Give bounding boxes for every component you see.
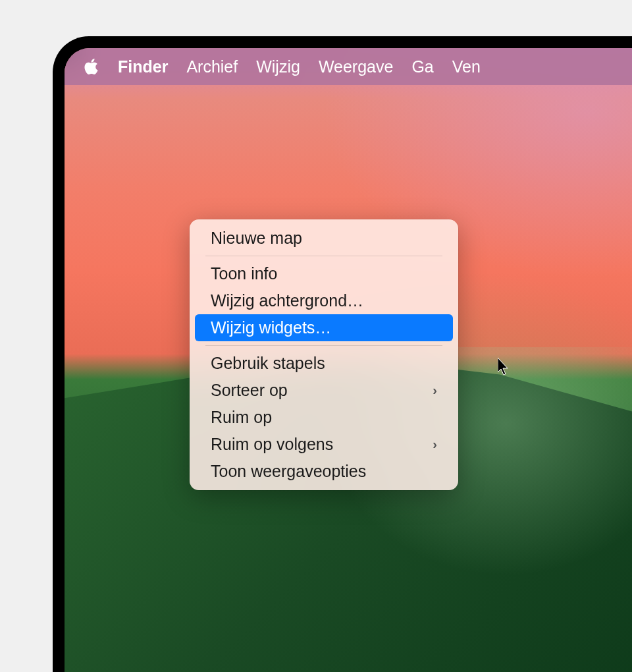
menu-item-label: Gebruik stapels <box>211 354 325 373</box>
menubar-item-archief[interactable]: Archief <box>186 57 238 76</box>
menubar-item-venster[interactable]: Ven <box>452 57 481 76</box>
menu-item-label: Wijzig widgets… <box>211 318 331 337</box>
menu-item-ruim-op-volgens[interactable]: Ruim op volgens › <box>195 431 453 458</box>
menubar-app-name[interactable]: Finder <box>118 57 168 76</box>
menubar: Finder Archief Wijzig Weergave Ga Ven <box>65 48 632 85</box>
menu-item-label: Wijzig achtergrond… <box>211 291 363 310</box>
menu-item-label: Toon info <box>211 264 277 283</box>
menubar-item-weergave[interactable]: Weergave <box>319 57 394 76</box>
menu-item-nieuwe-map[interactable]: Nieuwe map <box>195 225 453 252</box>
apple-menu-icon[interactable] <box>83 57 99 76</box>
menu-item-toon-weergaveopties[interactable]: Toon weergaveopties <box>195 458 453 485</box>
menu-item-label: Sorteer op <box>211 381 288 400</box>
context-menu: Nieuwe map Toon info Wijzig achtergrond…… <box>190 219 458 490</box>
screen: Finder Archief Wijzig Weergave Ga Ven Ni… <box>65 48 632 672</box>
menu-item-wijzig-achtergrond[interactable]: Wijzig achtergrond… <box>195 287 453 314</box>
menu-item-toon-info[interactable]: Toon info <box>195 260 453 287</box>
chevron-right-icon: › <box>433 383 437 398</box>
menubar-item-ga[interactable]: Ga <box>411 57 433 76</box>
chevron-right-icon: › <box>433 437 437 452</box>
cursor-icon <box>498 358 511 379</box>
menu-item-gebruik-stapels[interactable]: Gebruik stapels <box>195 350 453 377</box>
device-frame: Finder Archief Wijzig Weergave Ga Ven Ni… <box>53 36 632 672</box>
menu-divider <box>205 345 442 346</box>
menu-item-sorteer-op[interactable]: Sorteer op › <box>195 377 453 404</box>
menu-item-label: Nieuwe map <box>211 229 302 248</box>
menu-divider <box>205 256 442 256</box>
menu-item-label: Ruim op <box>211 408 272 427</box>
menu-item-label: Ruim op volgens <box>211 435 333 454</box>
menu-item-wijzig-widgets[interactable]: Wijzig widgets… <box>195 314 453 341</box>
menubar-item-wijzig[interactable]: Wijzig <box>256 57 300 76</box>
menu-item-label: Toon weergaveopties <box>211 462 366 481</box>
menu-item-ruim-op[interactable]: Ruim op <box>195 404 453 431</box>
